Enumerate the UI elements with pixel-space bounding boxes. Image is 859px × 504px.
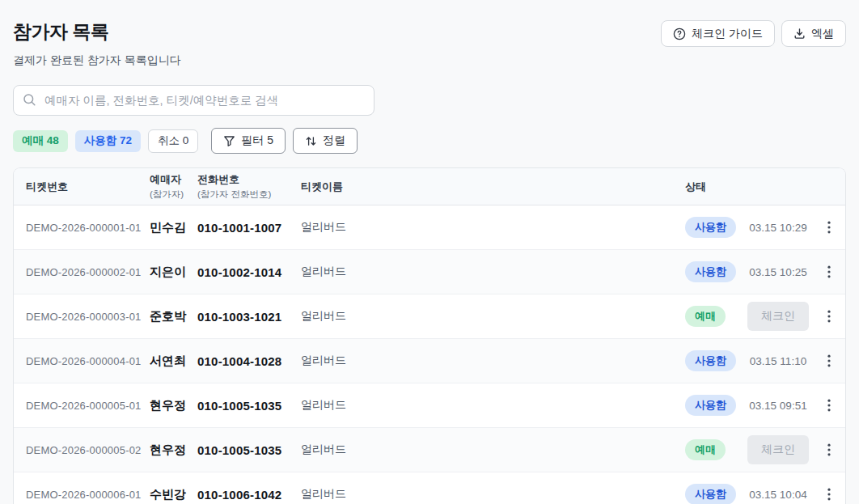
action-cell: 03.15 11:10	[746, 354, 810, 368]
kebab-icon	[827, 354, 831, 367]
kebab-icon	[827, 310, 831, 323]
ticket-number: DEMO-2026-000002-01	[26, 266, 150, 278]
row-menu-button[interactable]	[821, 438, 837, 461]
status-cell: 예매	[685, 439, 746, 460]
ticket-name: 얼리버드	[301, 443, 685, 457]
row-menu-button[interactable]	[821, 260, 837, 283]
ticket-number: DEMO-2026-000001-01	[26, 222, 150, 234]
ticket-number: DEMO-2026-000004-01	[26, 355, 150, 367]
phone-number: 010-1001-1007	[197, 221, 301, 235]
phone-number: 010-1005-1035	[197, 399, 301, 413]
kebab-icon	[827, 443, 831, 456]
phone-number: 010-1006-1042	[197, 488, 301, 502]
chip-used-count[interactable]: 사용함 72	[75, 130, 141, 152]
kebab-icon	[827, 265, 831, 278]
kebab-cell	[810, 260, 846, 283]
chip-cancelled-count[interactable]: 취소 0	[148, 129, 198, 153]
page-subtitle: 결제가 완료된 참가자 목록입니다	[13, 53, 181, 68]
funnel-icon	[223, 135, 235, 147]
row-menu-button[interactable]	[821, 394, 837, 417]
excel-label: 엑셀	[811, 27, 834, 41]
action-cell: 체크인	[746, 435, 810, 464]
kebab-cell	[810, 394, 846, 417]
ticket-number: DEMO-2026-000006-01	[26, 489, 150, 501]
filter-chips-row: 예매 48 사용함 72 취소 0 필터 5 정렬	[13, 128, 846, 154]
table-header-row: 티켓번호 예매자 (참가자) 전화번호 (참가자 전화번호) 티켓이름 상태	[14, 168, 845, 205]
checkin-time: 03.15 10:04	[749, 489, 806, 501]
participants-table: 티켓번호 예매자 (참가자) 전화번호 (참가자 전화번호) 티켓이름 상태 D…	[13, 167, 846, 504]
checkin-button[interactable]: 체크인	[747, 435, 809, 464]
col-header-buyer: 예매자 (참가자)	[150, 172, 197, 201]
status-badge: 예매	[685, 439, 726, 460]
action-cell: 03.15 10:25	[746, 265, 810, 279]
search-icon	[23, 93, 36, 110]
ticket-name: 얼리버드	[301, 487, 685, 502]
search-bar	[13, 85, 374, 116]
kebab-icon	[827, 399, 831, 412]
status-cell: 사용함	[685, 350, 746, 371]
status-badge: 사용함	[685, 395, 736, 416]
status-cell: 예매	[685, 306, 746, 327]
ticket-name: 얼리버드	[301, 220, 685, 235]
col-header-status: 상태	[685, 180, 746, 194]
participant-list-page: 참가자 목록 결제가 완료된 참가자 목록입니다 체크인 가이드	[0, 0, 859, 504]
phone-number: 010-1002-1014	[197, 265, 301, 279]
status-badge: 사용함	[685, 484, 736, 504]
page-header: 참가자 목록 결제가 완료된 참가자 목록입니다 체크인 가이드	[13, 11, 846, 68]
buyer-name: 지은이	[150, 265, 197, 280]
checkin-guide-button[interactable]: 체크인 가이드	[661, 20, 775, 47]
checkin-guide-label: 체크인 가이드	[692, 27, 763, 41]
buyer-name: 현우정	[150, 398, 197, 413]
ticket-number: DEMO-2026-000005-01	[26, 400, 150, 412]
ticket-name: 얼리버드	[301, 354, 685, 368]
phone-number: 010-1005-1035	[197, 443, 301, 457]
ticket-name: 얼리버드	[301, 309, 685, 324]
header-actions: 체크인 가이드 엑셀	[661, 20, 846, 47]
col-header-phone: 전화번호 (참가자 전화번호)	[197, 172, 301, 201]
checkin-time: 03.15 10:25	[749, 266, 806, 278]
sort-button-label: 정렬	[323, 133, 345, 148]
sort-button[interactable]: 정렬	[293, 128, 358, 154]
row-menu-button[interactable]	[821, 305, 837, 328]
checkin-time: 03.15 10:29	[749, 222, 806, 234]
action-cell: 03.15 09:51	[746, 398, 810, 413]
table-row: DEMO-2026-000004-01 서연최 010-1004-1028 얼리…	[14, 339, 845, 383]
table-row: DEMO-2026-000005-02 현우정 010-1005-1035 얼리…	[14, 428, 845, 472]
buyer-name: 준호박	[150, 309, 197, 324]
kebab-cell	[810, 438, 846, 461]
table-row: DEMO-2026-000001-01 민수김 010-1001-1007 얼리…	[14, 205, 845, 250]
chip-booked-count[interactable]: 예매 48	[13, 130, 68, 152]
row-menu-button[interactable]	[821, 349, 837, 372]
col-header-ticket-name: 티켓이름	[301, 180, 685, 194]
table-row: DEMO-2026-000002-01 지은이 010-1002-1014 얼리…	[14, 250, 845, 294]
action-cell: 체크인	[746, 302, 810, 331]
status-badge: 예매	[685, 306, 726, 327]
ticket-name: 얼리버드	[301, 265, 685, 279]
ticket-number: DEMO-2026-000003-01	[26, 311, 150, 323]
filter-button[interactable]: 필터 5	[211, 128, 286, 154]
excel-download-button[interactable]: 엑셀	[781, 20, 846, 47]
buyer-name: 수빈강	[150, 487, 197, 502]
page-heading-block: 참가자 목록 결제가 완료된 참가자 목록입니다	[13, 11, 181, 68]
table-row: DEMO-2026-000006-01 수빈강 010-1006-1042 얼리…	[14, 472, 845, 504]
col-header-ticket-no: 티켓번호	[26, 180, 150, 194]
table-row: DEMO-2026-000005-01 현우정 010-1005-1035 얼리…	[14, 383, 845, 428]
status-cell: 사용함	[685, 261, 746, 282]
table-body: DEMO-2026-000001-01 민수김 010-1001-1007 얼리…	[14, 205, 845, 504]
action-cell: 03.15 10:29	[746, 220, 810, 235]
status-cell: 사용함	[685, 484, 746, 504]
page-title: 참가자 목록	[13, 19, 181, 44]
checkin-button[interactable]: 체크인	[747, 302, 809, 331]
row-menu-button[interactable]	[821, 216, 837, 239]
buyer-name: 현우정	[150, 443, 197, 458]
status-badge: 사용함	[685, 217, 736, 238]
kebab-cell	[810, 305, 846, 328]
status-cell: 사용함	[685, 217, 746, 238]
sort-arrows-icon	[305, 135, 317, 147]
action-cell: 03.15 10:04	[746, 487, 810, 502]
status-badge: 사용함	[685, 350, 736, 371]
kebab-icon	[827, 221, 831, 234]
help-circle-icon	[673, 28, 686, 40]
row-menu-button[interactable]	[821, 483, 837, 504]
search-input[interactable]	[13, 85, 374, 116]
